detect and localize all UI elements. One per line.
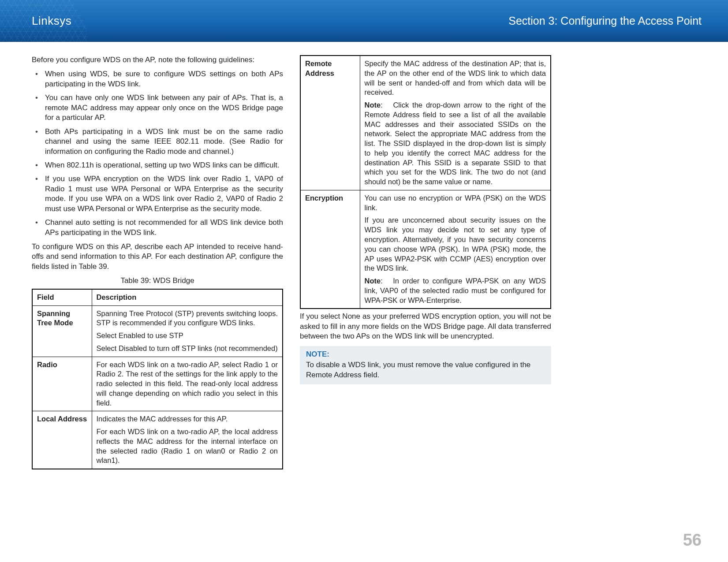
list-item: When 802.11h is operational, setting up … (32, 160, 283, 170)
cell-field: Encryption (300, 190, 360, 309)
th-field: Field (32, 289, 92, 305)
cell-desc: Specify the MAC address of the destinati… (360, 56, 551, 190)
desc-text: Indicates the MAC addresses for this AP. (97, 414, 278, 424)
cell-field: Radio (32, 357, 92, 411)
cell-field: Spanning Tree Mode (32, 305, 92, 357)
cell-desc: Spanning Tree Protocol (STP) prevents sw… (92, 305, 283, 357)
note-label: Note (365, 277, 381, 285)
desc-note: Note: In order to configure WPA-PSK on a… (365, 276, 546, 305)
note-text: In order to configure WPA-PSK on any WDS… (365, 277, 546, 304)
desc-text: Select Enabled to use STP (97, 331, 278, 341)
desc-text: Select Disabled to turn off STP links (n… (97, 344, 278, 354)
cell-desc: For each WDS link on a two-radio AP, sel… (92, 357, 283, 411)
list-item: Channel auto setting is not recommended … (32, 218, 283, 238)
desc-text: For each WDS link on a two-radio AP, sel… (97, 360, 278, 408)
table-row: Remote Address Specify the MAC address o… (300, 56, 551, 190)
note-box-body: To disable a WDS link, you must remove t… (306, 360, 545, 380)
list-item: You can have only one WDS link between a… (32, 93, 283, 123)
configure-paragraph: To configure WDS on this AP, describe ea… (32, 242, 283, 272)
desc-text: You can use no encryption or WPA (PSK) o… (365, 194, 546, 213)
list-item: When using WDS, be sure to configure WDS… (32, 69, 283, 89)
cell-field: Remote Address (300, 56, 360, 190)
right-column: Remote Address Specify the MAC address o… (300, 55, 551, 469)
table-header-row: Field Description (32, 289, 283, 305)
note-label: Note (365, 101, 381, 109)
page-number: 56 (683, 531, 702, 550)
note-box-head: NOTE: (306, 350, 545, 359)
section-title: Section 3: Configuring the Access Point (508, 15, 702, 27)
table-row: Radio For each WDS link on a two-radio A… (32, 357, 283, 411)
th-desc: Description (92, 289, 283, 305)
table-caption: Table 39: WDS Bridge (32, 276, 283, 286)
table-row: Local Address Indicates the MAC addresse… (32, 411, 283, 469)
left-column: Before you configure WDS on the AP, note… (32, 55, 283, 469)
cell-field: Local Address (32, 411, 92, 469)
desc-text: If you are unconcerned about security is… (365, 216, 546, 273)
wds-table-right: Remote Address Specify the MAC address o… (300, 55, 551, 309)
after-table-paragraph: If you select None as your preferred WDS… (300, 312, 551, 341)
cell-desc: Indicates the MAC addresses for this AP.… (92, 411, 283, 469)
wds-table-left: Field Description Spanning Tree Mode Spa… (32, 289, 283, 469)
page-header: Linksys Section 3: Configuring the Acces… (0, 0, 728, 42)
note-text: Click the drop-down arrow to the right o… (365, 101, 546, 186)
brand-text: Linksys (32, 14, 71, 28)
list-item: If you use WPA encryption on the WDS lin… (32, 174, 283, 214)
desc-text: For each WDS link on a two-radio AP, the… (97, 427, 278, 465)
guidelines-list: When using WDS, be sure to configure WDS… (32, 69, 283, 238)
cell-desc: You can use no encryption or WPA (PSK) o… (360, 190, 551, 309)
page-body: Before you configure WDS on the AP, note… (0, 42, 728, 469)
desc-note: Note: Click the drop-down arrow to the r… (365, 100, 546, 187)
table-row: Spanning Tree Mode Spanning Tree Protoco… (32, 305, 283, 357)
desc-text: Specify the MAC address of the destinati… (365, 59, 546, 97)
note-box: NOTE: To disable a WDS link, you must re… (300, 346, 551, 384)
intro-text: Before you configure WDS on the AP, note… (32, 55, 283, 65)
desc-text: Spanning Tree Protocol (STP) prevents sw… (97, 309, 278, 328)
table-row: Encryption You can use no encryption or … (300, 190, 551, 309)
list-item: Both APs participating in a WDS link mus… (32, 127, 283, 156)
